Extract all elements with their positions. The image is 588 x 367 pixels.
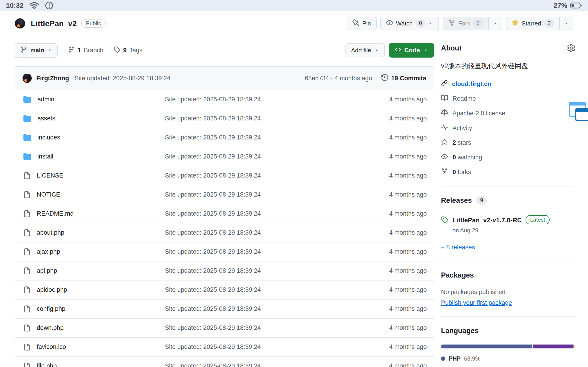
star-icon <box>512 19 519 28</box>
row-commit-message[interactable]: Site updated: 2025-08-29 18:39:24 <box>165 248 369 255</box>
row-commit-message[interactable]: Site updated: 2025-08-29 18:39:24 <box>165 324 369 332</box>
table-row: down.phpSite updated: 2025-08-29 18:39:2… <box>15 318 434 337</box>
row-commit-message[interactable]: Site updated: 2025-08-29 18:39:24 <box>165 96 369 103</box>
publish-package-link[interactable]: Publish your first package <box>441 299 512 307</box>
file-link[interactable]: assets <box>37 115 55 122</box>
row-commit-message[interactable]: Site updated: 2025-08-29 18:39:24 <box>165 210 369 217</box>
language-bar-segment-javascript <box>574 344 575 348</box>
gear-icon[interactable] <box>567 44 575 52</box>
about-links: ReadmeApache-2.0 licenseActivity <box>441 94 575 132</box>
committer-avatar[interactable] <box>23 74 32 83</box>
row-commit-message[interactable]: Site updated: 2025-08-29 18:39:24 <box>165 229 369 236</box>
file-link[interactable]: favicon.ico <box>37 343 66 350</box>
star-dropdown-button[interactable] <box>559 17 573 30</box>
repo-sidebar: About v2版本的轻量现代风外链网盘 cloud.firgt.cn Read… <box>439 43 575 367</box>
row-commit-date: 4 months ago <box>369 96 434 103</box>
file-link[interactable]: admin <box>37 96 54 103</box>
fork-dropdown-button[interactable] <box>488 17 502 30</box>
file-icon <box>23 267 30 274</box>
repo-action-buttons: Pin Watch 0 Fork 0 Starred 2 <box>346 17 573 30</box>
commit-history-link[interactable]: 19 Commits <box>381 74 426 83</box>
file-link[interactable]: README.md <box>37 210 74 217</box>
language-legend-php[interactable]: PHP68.9% <box>441 355 510 362</box>
latest-badge: Latest <box>526 215 550 224</box>
branch-selector[interactable]: main <box>15 43 58 58</box>
file-link[interactable]: config.php <box>37 305 65 312</box>
repo-website-link[interactable]: cloud.firgt.cn <box>441 80 575 88</box>
table-row: NOTICESite updated: 2025-08-29 18:39:244… <box>15 185 434 204</box>
row-commit-date: 4 months ago <box>369 191 434 198</box>
releases-count-badge: 9 <box>476 196 487 205</box>
row-commit-message[interactable]: Site updated: 2025-08-29 18:39:24 <box>165 267 369 274</box>
latest-release[interactable]: LittlePan_v2-v1.7.0-RCLatest on Aug 29 <box>441 215 575 234</box>
committer-name[interactable]: FirgtZhong <box>36 75 69 82</box>
watch-button[interactable]: Watch 0 <box>380 17 439 30</box>
table-row: favicon.icoSite updated: 2025-08-29 18:3… <box>15 337 434 356</box>
file-icon <box>23 344 30 350</box>
row-commit-message[interactable]: Site updated: 2025-08-29 18:39:24 <box>165 134 369 141</box>
pin-button[interactable]: Pin <box>346 17 377 30</box>
file-table-body: adminSite updated: 2025-08-29 18:39:244 … <box>15 90 434 367</box>
row-commit-message[interactable]: Site updated: 2025-08-29 18:39:24 <box>165 153 369 160</box>
row-commit-message[interactable]: Site updated: 2025-08-29 18:39:24 <box>165 305 369 312</box>
languages-bar[interactable] <box>441 344 575 348</box>
file-link[interactable]: about.php <box>37 229 64 236</box>
file-link[interactable]: api.php <box>37 267 57 274</box>
file-link[interactable]: includes <box>37 134 60 141</box>
fork-button[interactable]: Fork 0 <box>443 17 488 30</box>
release-name[interactable]: LittlePan_v2-v1.7.0-RC <box>452 217 522 224</box>
row-commit-date: 4 months ago <box>369 172 434 179</box>
floating-windows-icon[interactable] <box>569 102 588 123</box>
repo-avatar[interactable] <box>15 18 25 29</box>
row-commit-date: 4 months ago <box>369 324 434 332</box>
table-row: assetsSite updated: 2025-08-29 18:39:244… <box>15 109 434 128</box>
watch-count: 0 <box>415 19 425 27</box>
row-commit-message[interactable]: Site updated: 2025-08-29 18:39:24 <box>165 362 369 367</box>
tag-icon <box>441 215 448 224</box>
folder-icon <box>23 134 31 141</box>
sidebar-divider <box>441 186 575 186</box>
tags-link[interactable]: 9 Tags <box>113 46 142 55</box>
table-row: about.phpSite updated: 2025-08-29 18:39:… <box>15 223 434 242</box>
law-icon <box>441 109 448 118</box>
repo-description: v2版本的轻量现代风外链网盘 <box>441 61 575 71</box>
more-releases-link[interactable]: + 8 releases <box>441 244 575 251</box>
branches-link[interactable]: 1 Branch <box>68 46 104 55</box>
row-commit-date: 4 months ago <box>369 210 434 217</box>
row-commit-message[interactable]: Site updated: 2025-08-29 18:39:24 <box>165 191 369 198</box>
sidebar-stat-watching[interactable]: 0 watching <box>441 153 575 162</box>
commit-sha-time[interactable]: 68e5734 · 4 months ago <box>305 75 372 82</box>
window-front-icon <box>575 108 588 121</box>
file-link[interactable]: NOTICE <box>37 191 60 198</box>
file-link[interactable]: down.php <box>37 324 64 332</box>
sidebar-link-readme[interactable]: Readme <box>441 94 575 103</box>
sidebar-stat-stars[interactable]: 2 stars <box>441 139 575 147</box>
commit-message[interactable]: Site updated: 2025-08-29 18:39:24 <box>74 75 170 82</box>
repo-title-link[interactable]: LittlePan_v2 <box>31 19 77 28</box>
file-link[interactable]: apidoc.php <box>37 286 67 293</box>
file-link[interactable]: install <box>37 153 53 160</box>
history-icon <box>381 74 388 83</box>
folder-icon <box>23 115 31 122</box>
row-commit-message[interactable]: Site updated: 2025-08-29 18:39:24 <box>165 286 369 293</box>
row-commit-date: 4 months ago <box>369 362 434 367</box>
file-link[interactable]: LICENSE <box>37 172 63 179</box>
table-row: apidoc.phpSite updated: 2025-08-29 18:39… <box>15 280 434 299</box>
code-button[interactable]: Code <box>389 43 434 58</box>
about-stats: 2 stars0 watching0 forks <box>441 139 575 176</box>
languages-heading: Languages <box>441 327 575 335</box>
git-branch-icon <box>68 46 75 55</box>
row-commit-message[interactable]: Site updated: 2025-08-29 18:39:24 <box>165 172 369 179</box>
row-commit-message[interactable]: Site updated: 2025-08-29 18:39:24 <box>165 115 369 122</box>
sidebar-stat-forks[interactable]: 0 forks <box>441 168 575 176</box>
add-file-button[interactable]: Add file <box>346 43 385 57</box>
row-commit-message[interactable]: Site updated: 2025-08-29 18:39:24 <box>165 343 369 350</box>
sidebar-link-activity[interactable]: Activity <box>441 124 575 132</box>
row-commit-date: 4 months ago <box>369 134 434 141</box>
chevron-down-icon <box>493 20 498 27</box>
sidebar-link-apache-2-0-license[interactable]: Apache-2.0 license <box>441 109 575 118</box>
file-link[interactable]: ajax.php <box>37 248 60 255</box>
starred-button[interactable]: Starred 2 <box>506 17 559 30</box>
file-link[interactable]: file.php <box>37 362 57 367</box>
pulse-icon <box>441 124 448 132</box>
